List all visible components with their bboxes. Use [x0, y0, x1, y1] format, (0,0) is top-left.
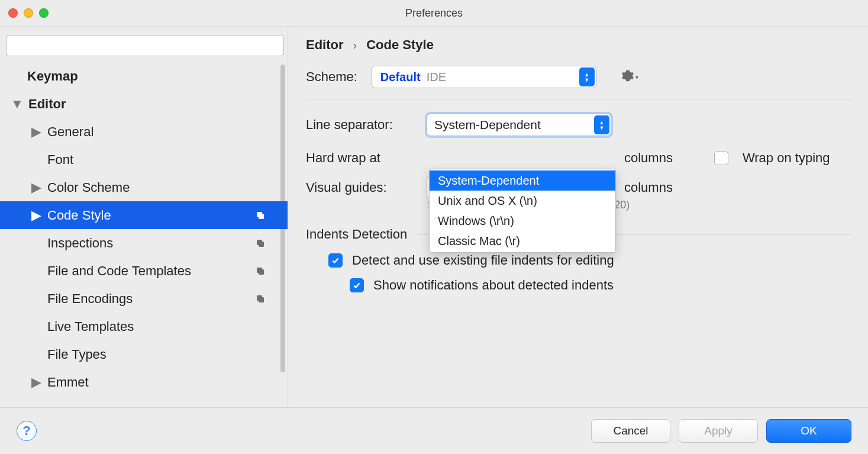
- breadcrumb-item: Code Style: [366, 37, 434, 53]
- tree-item-label: File and Code Templates: [47, 263, 288, 279]
- scheme-value: Default: [380, 70, 421, 84]
- svg-rect-7: [259, 269, 264, 275]
- search-input[interactable]: [6, 35, 284, 56]
- hard-wrap-label: Hard wrap at: [306, 150, 412, 166]
- tree-item-live-templates[interactable]: Live Templates: [0, 313, 288, 340]
- disclosure-right-icon: ▶: [31, 377, 41, 388]
- detect-indents-checkbox[interactable]: [328, 253, 343, 268]
- per-project-icon: [254, 237, 266, 249]
- settings-tree: Keymap ▼ Editor ▶ General Font ▶ Color S…: [0, 62, 288, 407]
- tree-item-label: Font: [47, 152, 288, 168]
- scheme-select[interactable]: Default IDE ▲▼: [372, 66, 596, 88]
- columns-suffix: columns: [624, 150, 673, 166]
- line-separator-select[interactable]: System-Dependent ▲▼: [427, 114, 611, 136]
- tree-item-color-scheme[interactable]: ▶ Color Scheme: [0, 173, 288, 201]
- tree-item-label: Color Scheme: [47, 180, 288, 195]
- window-title: Preferences: [0, 7, 868, 20]
- tree-item-label: Live Templates: [47, 319, 288, 334]
- content-area: ▾ Keymap ▼ Editor ▶ General Font ▶ C: [0, 26, 868, 407]
- tree-item-label: Inspections: [47, 236, 288, 251]
- line-separator-row: Line separator: System-Dependent ▲▼: [306, 114, 851, 136]
- svg-rect-5: [259, 242, 264, 247]
- footer: ? Cancel Apply OK: [0, 407, 868, 453]
- apply-button[interactable]: Apply: [679, 419, 758, 443]
- tree-item-file-code-templates[interactable]: File and Code Templates: [0, 257, 288, 285]
- tree-item-inspections[interactable]: Inspections: [0, 229, 288, 257]
- disclosure-right-icon: ▶: [31, 210, 41, 221]
- tree-item-label: Editor: [28, 96, 288, 112]
- gear-icon: [621, 69, 634, 85]
- notify-indents-row: Show notifications about detected indent…: [350, 278, 851, 293]
- cancel-button[interactable]: Cancel: [591, 419, 670, 443]
- per-project-icon: [254, 210, 266, 221]
- wrap-on-typing-label: Wrap on typing: [743, 150, 830, 166]
- breadcrumb-item[interactable]: Editor: [306, 37, 344, 53]
- line-separator-label: Line separator:: [306, 117, 412, 133]
- select-value: System-Dependent: [434, 118, 541, 132]
- disclosure-down-icon: ▼: [12, 99, 22, 110]
- dropdown-option[interactable]: System-Dependent: [430, 170, 615, 191]
- visual-guides-label: Visual guides:: [306, 180, 412, 195]
- titlebar: Preferences: [0, 0, 868, 26]
- svg-rect-3: [259, 214, 264, 219]
- per-project-icon: [254, 293, 266, 305]
- svg-rect-9: [259, 297, 264, 302]
- dropdown-stepper-icon: ▲▼: [594, 115, 609, 134]
- chevron-down-icon: ▾: [635, 74, 638, 81]
- dropdown-stepper-icon: ▲▼: [579, 67, 595, 86]
- main-pane: Editor › Code Style Scheme: Default IDE …: [288, 27, 868, 407]
- scheme-label: Scheme:: [306, 69, 357, 85]
- tree-item-emmet[interactable]: ▶ Emmet: [0, 368, 288, 396]
- disclosure-right-icon: ▶: [31, 127, 41, 137]
- sidebar: ▾ Keymap ▼ Editor ▶ General Font ▶ C: [0, 27, 288, 407]
- detect-indents-label: Detect and use existing file indents for…: [352, 253, 614, 268]
- scheme-scope: IDE: [427, 70, 446, 84]
- tree-item-font[interactable]: Font: [0, 146, 288, 173]
- divider: [306, 99, 851, 99]
- tree-item-editor[interactable]: ▼ Editor: [0, 90, 288, 118]
- detect-indents-row: Detect and use existing file indents for…: [328, 253, 851, 268]
- columns-suffix: columns: [624, 180, 673, 195]
- dropdown-option[interactable]: Classic Mac (\r): [430, 231, 615, 251]
- help-button[interactable]: ?: [17, 421, 37, 441]
- section-label: Indents Detection: [306, 227, 407, 242]
- hard-wrap-row: Hard wrap at columns Wrap on typing: [306, 150, 851, 166]
- dropdown-option[interactable]: Windows (\r\n): [430, 211, 615, 231]
- disclosure-right-icon: ▶: [31, 182, 41, 193]
- notify-indents-label: Show notifications about detected indent…: [373, 278, 614, 293]
- tree-item-label: File Types: [47, 347, 288, 362]
- tree-item-file-types[interactable]: File Types: [0, 340, 288, 368]
- tree-item-code-style[interactable]: ▶ Code Style: [0, 201, 288, 229]
- chevron-right-icon: ›: [353, 38, 357, 52]
- wrap-on-typing-checkbox[interactable]: [714, 151, 728, 165]
- notify-indents-checkbox[interactable]: [350, 278, 364, 292]
- dropdown-option[interactable]: Unix and OS X (\n): [430, 191, 615, 211]
- scheme-actions-button[interactable]: ▾: [621, 69, 638, 85]
- line-separator-dropdown: System-Dependent Unix and OS X (\n) Wind…: [429, 169, 616, 253]
- ok-button[interactable]: OK: [766, 419, 851, 443]
- tree-item-label: Keymap: [27, 69, 288, 84]
- scheme-row: Scheme: Default IDE ▲▼ ▾: [306, 66, 851, 99]
- help-icon: ?: [22, 423, 30, 439]
- breadcrumb: Editor › Code Style: [306, 37, 851, 66]
- tree-item-label: General: [47, 124, 288, 140]
- tree-item-label: File Encodings: [47, 291, 288, 307]
- per-project-icon: [254, 265, 266, 277]
- tree-item-file-encodings[interactable]: File Encodings: [0, 285, 288, 313]
- tree-item-keymap[interactable]: Keymap: [0, 62, 288, 90]
- tree-item-label: Code Style: [47, 208, 288, 223]
- tree-item-general[interactable]: ▶ General: [0, 118, 288, 146]
- search-wrap: ▾: [0, 27, 288, 62]
- tree-item-label: Emmet: [47, 375, 288, 390]
